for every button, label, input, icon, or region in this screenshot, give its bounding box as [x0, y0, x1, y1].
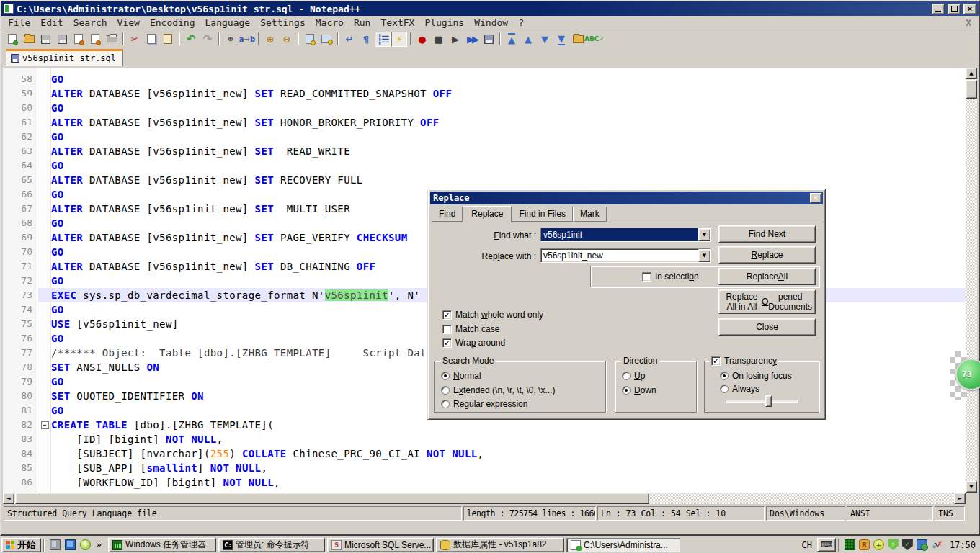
- close-all-icon[interactable]: [87, 32, 103, 47]
- option-wrap-around[interactable]: ✓Wrap around: [442, 338, 505, 348]
- textfx-down-icon[interactable]: ▼: [537, 32, 553, 47]
- status-insert-mode[interactable]: INS: [935, 506, 965, 521]
- transparency-slider-track[interactable]: [726, 400, 798, 403]
- transparency-always[interactable]: Always: [720, 384, 760, 394]
- code-text[interactable]: ALTER DATABASE [v56sp1init_new] SET READ…: [51, 144, 966, 158]
- direction-down[interactable]: Down: [622, 385, 656, 395]
- code-text[interactable]: [WORKFLOW_ID] [bigint] NOT NULL,: [51, 475, 966, 490]
- paste-icon[interactable]: [160, 32, 176, 47]
- start-button[interactable]: 开始: [1, 538, 41, 552]
- sync-scroll-horizontal-icon[interactable]: [318, 32, 334, 47]
- vertical-scroll-thumb[interactable]: [966, 80, 977, 99]
- direction-down-circle[interactable]: [622, 386, 631, 395]
- find-icon[interactable]: ⚭: [223, 32, 239, 47]
- line-number[interactable]: 75: [3, 317, 32, 331]
- restore-button[interactable]: [948, 4, 961, 14]
- replace-all-button[interactable]: Replace All: [718, 268, 816, 285]
- scroll-down-button[interactable]: ▼: [966, 481, 977, 493]
- line-number[interactable]: 76: [3, 331, 32, 346]
- task-notepadpp[interactable]: C:\Users\Administra...: [566, 538, 680, 552]
- code-text[interactable]: GO: [51, 158, 966, 173]
- line-number[interactable]: 78: [3, 360, 32, 374]
- remote-user-icon[interactable]: R: [859, 539, 870, 550]
- option-match-case-box[interactable]: [442, 325, 452, 334]
- line-number[interactable]: 62: [3, 130, 32, 144]
- open-file-icon[interactable]: [21, 32, 37, 47]
- code-text[interactable]: GO: [51, 130, 966, 144]
- line-number[interactable]: 82: [3, 418, 32, 432]
- save-all-icon[interactable]: [54, 32, 70, 47]
- search-mode-normal-circle[interactable]: [441, 372, 450, 380]
- show-desktop-icon[interactable]: [65, 539, 76, 550]
- code-line-59[interactable]: 59ALTER DATABASE [v56sp1init_new] SET RE…: [3, 86, 966, 101]
- line-number[interactable]: 72: [3, 274, 32, 288]
- option-match-whole-word-only-box[interactable]: ✓: [442, 310, 452, 320]
- transparency-always-circle[interactable]: [720, 385, 729, 393]
- code-line-82[interactable]: 82−CREATE TABLE [dbo].[ZHBG_TEMPLATE](: [3, 418, 966, 432]
- zoom-in-icon[interactable]: ⊕: [262, 32, 278, 47]
- replace-button[interactable]: Replace: [718, 246, 816, 264]
- replace-with-dropdown-icon[interactable]: ▼: [698, 249, 710, 262]
- transparency-checkbox[interactable]: ✓ Transparency: [710, 356, 778, 366]
- line-number[interactable]: 81: [3, 403, 32, 418]
- cut-icon[interactable]: ✂: [127, 32, 143, 47]
- transparency-on-losing-focus[interactable]: On losing focus: [720, 371, 792, 381]
- task-database[interactable]: 数据库属性 - v51sp1a82: [436, 538, 564, 552]
- dialog-close-icon[interactable]: ✕: [810, 193, 821, 203]
- code-text[interactable]: GO: [51, 101, 966, 115]
- task-task-manager[interactable]: Windows 任务管理器: [108, 538, 216, 552]
- code-line-64[interactable]: 64GO: [3, 158, 966, 173]
- find-next-button[interactable]: Find Next: [718, 225, 816, 243]
- in-selection-checkbox-box[interactable]: [642, 272, 651, 282]
- code-line-86[interactable]: 86 [WORKFLOW_ID] [bigint] NOT NULL,: [3, 475, 966, 490]
- stop-macro-icon[interactable]: ■: [431, 32, 447, 47]
- textfx-up-icon[interactable]: ▲: [520, 32, 536, 47]
- menu-language[interactable]: Language: [200, 17, 256, 29]
- open-containing-folder-icon[interactable]: [570, 32, 586, 47]
- line-number[interactable]: 69: [3, 230, 32, 245]
- fold-collapse-icon[interactable]: −: [41, 421, 49, 429]
- menu-settings[interactable]: Settings: [255, 17, 311, 29]
- code-line-60[interactable]: 60GO: [3, 101, 966, 115]
- textfx-bottom-icon[interactable]: ▼: [553, 32, 569, 47]
- menu-right-x[interactable]: X: [966, 17, 977, 28]
- close-file-icon[interactable]: [71, 32, 86, 47]
- network-grid-icon[interactable]: [845, 539, 855, 550]
- menu-textfx[interactable]: TextFX: [375, 17, 419, 29]
- menu-encoding[interactable]: Encoding: [145, 17, 200, 29]
- code-line-58[interactable]: 58GO: [3, 72, 966, 86]
- task-sql-server[interactable]: SMicrosoft SQL Serve...: [327, 538, 434, 552]
- minimize-button[interactable]: [932, 4, 945, 14]
- replace-dialog-title-bar[interactable]: Replace ✕: [430, 192, 823, 204]
- menu-file[interactable]: File: [3, 17, 35, 29]
- code-text[interactable]: ALTER DATABASE [v56sp1init_new] SET READ…: [51, 86, 966, 101]
- keyboard-layout-icon[interactable]: ⌨: [817, 538, 836, 552]
- textfx-top-icon[interactable]: ▲: [504, 32, 520, 47]
- transparency-on-losing-focus-circle[interactable]: [720, 372, 729, 380]
- line-number[interactable]: 66: [3, 187, 32, 202]
- code-line-84[interactable]: 84 [SUBJECT] [nvarchar](255) COLLATE Chi…: [3, 446, 966, 461]
- dialog-tab-find-in-files[interactable]: Find in Files: [512, 207, 573, 222]
- code-line-63[interactable]: 63ALTER DATABASE [v56sp1init_new] SET RE…: [3, 144, 966, 158]
- status-encoding[interactable]: ANSI: [847, 506, 933, 521]
- print-icon[interactable]: [104, 32, 120, 47]
- security-shield-icon[interactable]: ⚡: [888, 539, 899, 550]
- code-text[interactable]: [ID] [bigint] NOT NULL,: [51, 432, 966, 446]
- line-number[interactable]: 86: [3, 475, 32, 490]
- save-icon[interactable]: [37, 32, 53, 47]
- menu-run[interactable]: Run: [349, 17, 375, 29]
- zoom-out-icon[interactable]: ⊖: [279, 32, 295, 47]
- antivirus-check-icon[interactable]: ✓: [902, 539, 913, 550]
- code-text[interactable]: ALTER DATABASE [v56sp1init_new] SET RECO…: [51, 173, 966, 187]
- line-number[interactable]: 84: [3, 446, 32, 461]
- scroll-left-button[interactable]: ◄: [3, 493, 14, 504]
- replace-icon[interactable]: a→b: [239, 32, 255, 47]
- transparency-checkbox-box[interactable]: ✓: [711, 356, 721, 366]
- menu-search[interactable]: Search: [68, 17, 112, 29]
- code-text[interactable]: GO: [51, 72, 966, 86]
- find-what-input[interactable]: v56sp1init ▼: [540, 228, 711, 242]
- play-macro-icon[interactable]: ▶: [447, 32, 463, 47]
- menu-macro[interactable]: Macro: [311, 17, 349, 29]
- in-selection-checkbox[interactable]: In selection: [642, 271, 699, 282]
- line-number[interactable]: 73: [3, 288, 32, 302]
